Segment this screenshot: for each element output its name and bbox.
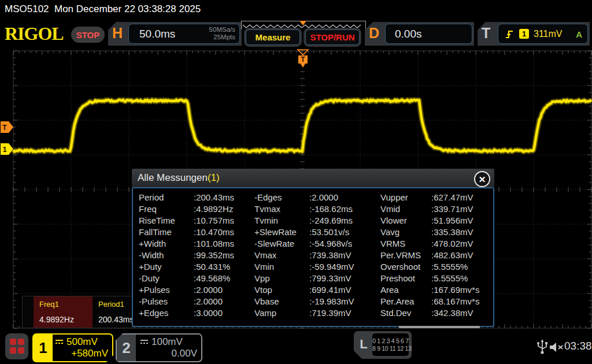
measurement-label: Vavg [380, 227, 431, 237]
channel1-offset: +580mV [55, 348, 108, 360]
measurement-label: +SlewRate [254, 227, 309, 237]
measurement-value: :68.167mv*s [431, 296, 479, 306]
panel-scrollbar[interactable] [399, 326, 480, 328]
trigger-position-marker[interactable]: T [295, 49, 310, 69]
measurement-label: Std.Dev [380, 308, 431, 318]
measurement-value: :-54.968v/s [309, 239, 352, 248]
menu-grid-button[interactable] [5, 333, 28, 359]
channel1-position-marker[interactable]: 1 [0, 143, 14, 155]
logic-row-1: 0 1 2 3 4 5 6 7 [372, 337, 409, 345]
measurement-label: Preshoot [380, 273, 431, 283]
panel-title: Alle Messungen(1) [138, 172, 220, 184]
measurement-column-3: Vupper:627.47mVVmid:339.71mVVlower:51.95… [380, 192, 479, 320]
measurement-label: RiseTime [139, 216, 194, 225]
measurement-row: RiseTime:10.757ms [139, 216, 234, 227]
grid-square-icon [10, 347, 16, 354]
measurement-row: Freq:4.9892Hz [139, 204, 234, 216]
measurement-row: +Duty:50.431% [139, 262, 234, 273]
measurement-column-1: Period:200.43msFreq:4.9892HzRiseTime:10.… [139, 192, 234, 320]
measurement-label: +Pulses [139, 285, 194, 295]
measurement-row: Area:167.69mv*s [380, 285, 479, 296]
measurement-label: Vpp [254, 273, 309, 283]
measurement-row: Tvmax:-168.62ms [254, 204, 354, 216]
close-icon[interactable]: ✕ [474, 171, 490, 187]
measurement-value: :799.33mV [309, 273, 352, 283]
measurement-value: :699.41mV [309, 285, 352, 295]
measurement-label: Per.VRMS [380, 250, 431, 260]
measurement-value: :200.43ms [194, 192, 234, 202]
measurement-label: Vtop [254, 285, 309, 295]
measurement-row: -Width:99.352ms [139, 250, 234, 262]
dc-coupling-icon [140, 339, 149, 346]
measurement-row: Preshoot:5.5555% [380, 273, 479, 285]
stat-item-period1[interactable]: Period1200.43ms [92, 296, 132, 328]
measurement-row: Vtop:699.41mV [254, 285, 354, 296]
channel2-box[interactable]: 2 100mV 0.00V [116, 333, 202, 362]
stat-item-freq1[interactable]: Freq14.9892Hz [34, 296, 92, 328]
measurement-label: -Pulses [139, 296, 194, 306]
measurement-value: :53.501v/s [309, 227, 349, 237]
measurement-row: Per.VRMS:482.63mV [380, 250, 479, 262]
panel-title-count: (1) [208, 172, 220, 183]
measurement-label: -Edges [254, 192, 309, 202]
svg-text:T: T [301, 55, 305, 64]
measurement-label: Freq [139, 204, 194, 214]
trigger-level-marker[interactable]: T [0, 121, 14, 133]
measurement-value: :478.02mV [431, 239, 473, 248]
dc-coupling-icon [55, 339, 64, 346]
channel2-offset: 0.00V [140, 348, 197, 360]
channel1-box[interactable]: 1 500mV +580mV [32, 333, 113, 362]
measurement-label: -SlewRate [254, 239, 309, 248]
grid-square-icon [18, 347, 24, 354]
measurement-label: Vlower [380, 216, 431, 225]
measurement-label: +Width [139, 239, 194, 248]
measurement-value: :4.9892Hz [194, 204, 233, 214]
measurement-value: :49.568% [194, 273, 230, 283]
measurement-value: :719.39mV [309, 308, 352, 318]
measurement-value: :-59.949mV [309, 262, 354, 272]
measurement-value: :101.08ms [194, 239, 234, 248]
stat-label: Period1 [98, 300, 124, 309]
measurement-row: Period:200.43ms [139, 192, 234, 204]
measurement-label: Vmid [380, 204, 431, 214]
measurement-row: Std.Dev:342.38mV [380, 308, 479, 320]
all-measurements-panel: Alle Messungen(1) ✕ Period:200.43msFreq:… [132, 169, 494, 327]
measurement-value: :167.69mv*s [431, 285, 479, 295]
logic-channels-box[interactable]: L 0 1 2 3 4 5 6 7 8 9 10 11 12 13 14 15 [354, 331, 412, 359]
measurement-row: +Pulses:2.0000 [139, 285, 234, 296]
panel-header[interactable]: Alle Messungen(1) ✕ [132, 169, 494, 187]
grid-square-icon [10, 339, 16, 345]
stat-value: 4.9892Hz [39, 315, 74, 324]
measurement-label: Tvmin [254, 216, 309, 225]
measurement-label: Vamp [254, 308, 309, 318]
measurement-label: VRMS [380, 239, 431, 248]
measurement-row: Vupper:627.47mV [380, 192, 479, 204]
measurement-label: Period [139, 192, 194, 202]
measurement-row: -SlewRate:-54.968v/s [254, 239, 354, 250]
measurement-value: :10.470ms [194, 227, 234, 237]
svg-text:1: 1 [2, 145, 6, 154]
logic-label: L [357, 337, 370, 352]
stat-label: Freq1 [39, 300, 59, 309]
oscilloscope-screen: MSO5102 Mon December 22 03:38:28 2025 RI… [0, 0, 592, 364]
measurement-value: :482.63mV [431, 250, 473, 260]
measurement-value: :99.352ms [194, 250, 234, 260]
measurement-label: Vmin [254, 262, 309, 272]
measurement-value: :339.71mV [431, 204, 473, 214]
logic-channel-numbers: 0 1 2 3 4 5 6 7 8 9 10 11 12 13 14 15 [372, 333, 409, 356]
measurement-row: Vmid:339.71mV [380, 204, 479, 216]
measurement-row: Vpp:799.33mV [254, 273, 354, 285]
measurement-row: -Edges:2.0000 [254, 192, 354, 204]
measurement-value: :2.0000 [194, 296, 223, 306]
stat-value: 200.43ms [98, 315, 134, 324]
measurement-value: :342.38mV [431, 308, 473, 318]
measurement-label: Vbase [254, 296, 309, 306]
measurement-row: FallTime:10.470ms [139, 227, 234, 239]
measurement-value: :-249.69ms [309, 216, 353, 225]
measurement-row: +Width:101.08ms [139, 239, 234, 250]
measurement-row: Tvmin:-249.69ms [254, 216, 354, 227]
measurement-row: Vlower:51.956mV [380, 216, 479, 227]
measurement-value: :50.431% [194, 262, 230, 272]
measurement-column-2: -Edges:2.0000Tvmax:-168.62msTvmin:-249.6… [254, 192, 354, 320]
measurement-row: -Pulses:2.0000 [139, 296, 234, 308]
